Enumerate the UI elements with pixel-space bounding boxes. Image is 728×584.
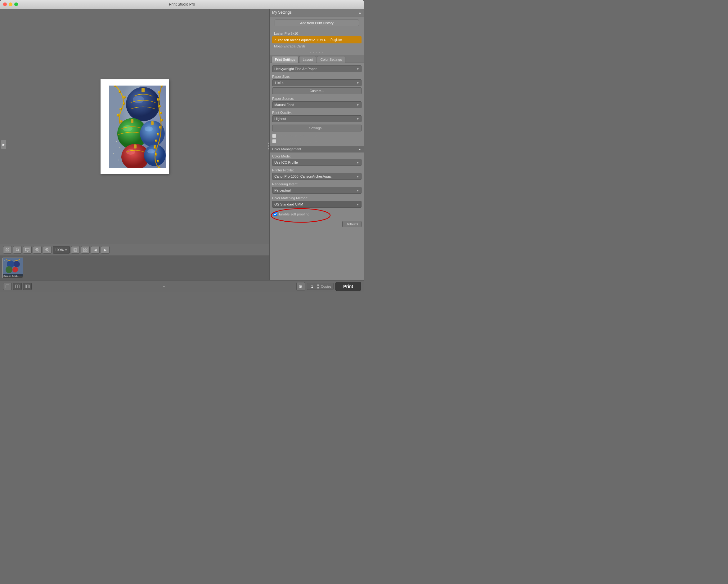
settings-content: Heavyweight Fine Art Paper ▼ Paper Size:… <box>270 63 364 280</box>
paper-size-select[interactable]: 11x14 ▼ <box>272 79 362 86</box>
print-quality-group: Print Quality: Highest ▼ <box>272 111 362 122</box>
dual-layout-button[interactable] <box>13 283 22 290</box>
thumbnail-strip: ✓ Screen Shot... <box>0 255 269 280</box>
tab-print-settings[interactable]: Print Settings <box>271 56 298 63</box>
print-tool-button[interactable] <box>3 246 12 254</box>
color-mode-select[interactable]: Use ICC Profile ▼ <box>272 159 362 166</box>
svg-point-31 <box>160 119 163 121</box>
minimize-button[interactable] <box>9 2 12 6</box>
color-mode-group: Color Mode: Use ICC Profile ▼ <box>272 155 362 166</box>
color-matching-select[interactable]: OS Standard CMM ▼ <box>272 201 362 208</box>
paper-type-group: Heavyweight Fine Art Paper ▼ <box>272 65 362 72</box>
my-settings-label: My Settings <box>272 10 358 15</box>
paper-source-group: Paper Source: Manual Feed ▼ <box>272 97 362 108</box>
svg-point-7 <box>117 114 120 116</box>
grid-button[interactable] <box>81 246 90 254</box>
svg-point-39 <box>116 141 117 142</box>
svg-line-50 <box>38 250 39 251</box>
soft-proofing-label: Enable soft proofing <box>279 212 309 216</box>
print-button[interactable]: Print <box>335 282 361 291</box>
soft-proofing-container: Enable soft proofing <box>272 210 362 218</box>
paper-size-arrow: ▼ <box>356 81 359 85</box>
settings-button[interactable]: Settings... <box>272 124 362 132</box>
svg-point-40 <box>119 147 120 148</box>
printer-profile-group: Printer Profile: CanonPro-1000_CansonArc… <box>272 168 362 180</box>
printer-profile-label: Printer Profile: <box>272 168 362 172</box>
svg-rect-22 <box>134 144 136 148</box>
layout-buttons <box>3 283 32 290</box>
add-history-button[interactable]: Add from Print History <box>275 20 359 26</box>
svg-point-6 <box>120 108 122 110</box>
zoom-in-button[interactable] <box>43 246 52 254</box>
rendering-intent-select[interactable]: Perceptual ▼ <box>272 187 362 194</box>
soft-proofing-checkbox[interactable] <box>274 212 278 216</box>
svg-rect-71 <box>27 285 28 288</box>
paper-source-arrow: ▼ <box>356 103 359 107</box>
svg-point-29 <box>158 105 161 108</box>
my-settings-header: My Settings ▲ <box>270 9 364 17</box>
use-contrast-checkbox[interactable] <box>272 139 276 143</box>
soft-proofing-row: Enable soft proofing <box>272 210 362 218</box>
copies-area: 1 ▲ ▼ Copies <box>307 283 334 290</box>
clear-coat-checkbox[interactable] <box>272 134 276 138</box>
tab-color-settings[interactable]: Color Settings <box>317 56 345 63</box>
zoom-level-display[interactable]: 100% ▼ <box>53 246 70 254</box>
tab-layout[interactable]: Layout <box>299 56 316 63</box>
close-button[interactable] <box>3 2 7 6</box>
triple-layout-button[interactable] <box>23 283 32 290</box>
thumbnail-item[interactable]: ✓ Screen Shot... <box>2 258 23 278</box>
paper-item-luster[interactable]: Luster Pro 8x10 <box>272 31 362 36</box>
paper-source-select[interactable]: Manual Feed ▼ <box>272 101 362 108</box>
copies-down[interactable]: ▼ <box>316 286 320 289</box>
paper-type-select[interactable]: Heavyweight Fine Art Paper ▼ <box>272 65 362 72</box>
print-controls: ⚙ 1 ▲ ▼ Copies Print <box>296 282 361 291</box>
use-contrast-label: Use contrast reproduction <box>278 139 317 143</box>
copies-stepper[interactable]: ▲ ▼ <box>316 284 320 289</box>
paper-item-moab[interactable]: Moab Entrada Cards <box>272 44 362 49</box>
printer-profile-arrow: ▼ <box>356 175 359 178</box>
svg-point-3 <box>119 90 121 93</box>
svg-point-65 <box>14 261 20 267</box>
defaults-button[interactable]: Defaults <box>342 221 362 227</box>
color-mgmt-arrow[interactable]: ▲ <box>358 147 362 151</box>
bottom-bar: ▼ ⚙ 1 ▲ ▼ Copies Print <box>0 280 364 292</box>
svg-point-32 <box>159 126 161 129</box>
zoom-out-button[interactable] <box>33 246 42 254</box>
paper-list: Luster Pro 8x10 canson arches aquarelle … <box>270 29 364 50</box>
right-panel: My Settings ▲ Add from Print History Lus… <box>269 9 364 280</box>
maximize-button[interactable] <box>14 2 18 6</box>
window-controls[interactable] <box>3 2 18 6</box>
register-button[interactable]: Register <box>328 37 344 43</box>
svg-point-37 <box>157 160 159 162</box>
color-matching-group: Color Matching Method: OS Standard CMM ▼ <box>272 196 362 208</box>
printer-profile-select[interactable]: CanonPro-1000_CansonArchesAqua... ▼ <box>272 173 362 180</box>
single-layout-button[interactable] <box>3 283 12 290</box>
svg-rect-56 <box>75 249 76 251</box>
next-button[interactable]: ▶ <box>101 246 109 254</box>
svg-rect-70 <box>25 285 27 288</box>
clear-coat-row: Clear coat the entire page <box>272 133 362 139</box>
svg-point-42 <box>118 159 119 160</box>
my-settings-arrow[interactable]: ▲ <box>358 11 362 14</box>
copies-up[interactable]: ▲ <box>316 284 320 286</box>
color-management-section: Color Management ▲ <box>270 146 364 152</box>
print-quality-select[interactable]: Highest ▼ <box>272 115 362 122</box>
title-bar: Print Studio Pro <box>0 0 364 9</box>
display-tool-button[interactable] <box>23 246 32 254</box>
svg-rect-16 <box>131 119 133 123</box>
paper-type-arrow: ▼ <box>356 67 359 71</box>
svg-rect-55 <box>74 248 77 251</box>
fit-page-button[interactable] <box>71 246 80 254</box>
dots-divider: · · · · · <box>270 50 364 55</box>
canvas-nav-left[interactable]: ▶ <box>1 140 6 149</box>
prev-button[interactable]: ◀ <box>91 246 100 254</box>
svg-rect-19 <box>151 121 154 125</box>
crop-tool-button[interactable] <box>13 246 22 254</box>
paper-item-canson[interactable]: canson arches aquarelle 11x14 Register <box>272 36 362 44</box>
svg-rect-69 <box>18 285 19 288</box>
gear-button[interactable]: ⚙ <box>296 282 305 291</box>
rendering-intent-label: Rendering Intent: <box>272 182 362 186</box>
svg-rect-72 <box>28 285 29 288</box>
custom-button[interactable]: Custom... <box>272 87 362 94</box>
svg-rect-58 <box>86 248 87 250</box>
